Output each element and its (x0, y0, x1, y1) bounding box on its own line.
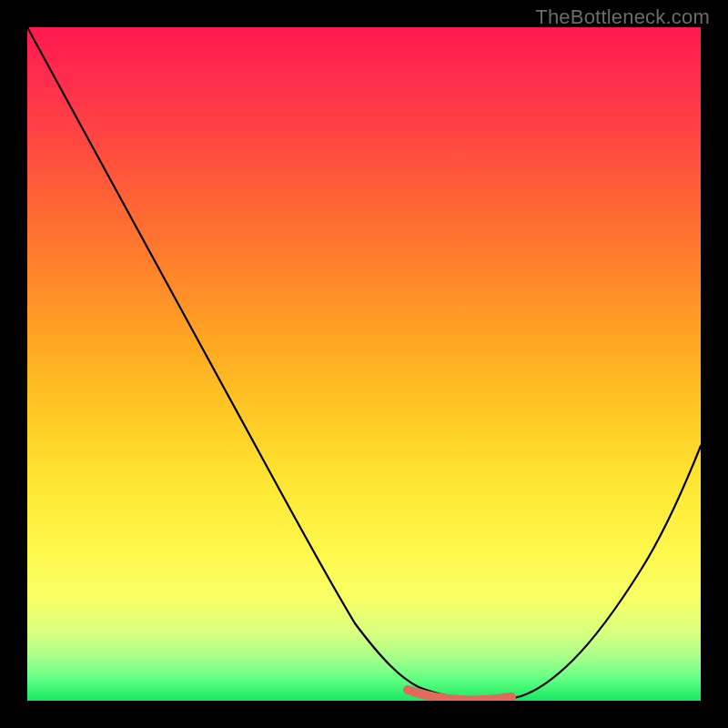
chart-container: TheBottleneck.com (0, 0, 728, 728)
watermark-text: TheBottleneck.com (535, 5, 710, 29)
curve-svg (27, 27, 701, 701)
bottom-border (0, 723, 728, 728)
bottleneck-curve-path (27, 27, 701, 700)
plot-area (27, 27, 701, 701)
sweet-spot-path (408, 690, 511, 700)
